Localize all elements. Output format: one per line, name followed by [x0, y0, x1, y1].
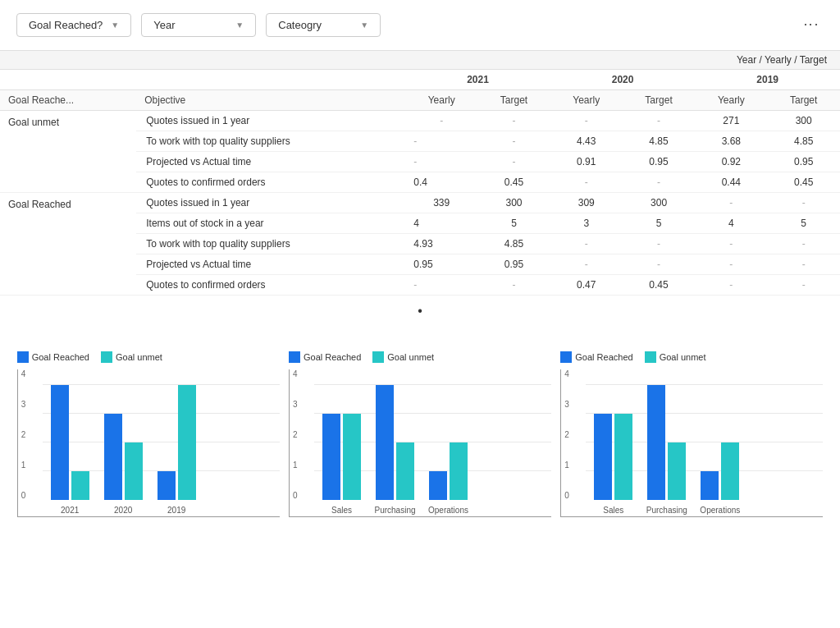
- legend-goal-unmet-3: Goal unmet: [645, 351, 706, 363]
- goal-reached-bar: [322, 414, 340, 500]
- goal-reached-filter[interactable]: Goal Reached? ▼: [16, 13, 131, 37]
- objective-cell: Quotes to confirmed orders: [136, 172, 405, 193]
- bar-fill: [322, 414, 340, 500]
- value-cell: 0.47: [550, 275, 623, 296]
- bar-group-label: Sales: [331, 506, 352, 515]
- category-filter-label: Cateogry: [278, 19, 322, 31]
- goal-reached-bar: [647, 385, 665, 500]
- value-cell: 4: [695, 213, 767, 234]
- bar-group: 2020: [104, 414, 143, 500]
- legend-goal-reached-2: Goal Reached: [289, 351, 361, 363]
- value-cell: -: [695, 254, 767, 275]
- table-row: Goal unmetQuotes issued in 1 year----271…: [0, 111, 840, 131]
- goal-reached-bar: [104, 414, 122, 500]
- bar-fill: [376, 385, 394, 500]
- chart-by-year: Goal Reached Goal unmet 0 1 2 3 4 202120…: [17, 351, 280, 517]
- value-cell: 0.91: [550, 152, 623, 172]
- chart2-bars: 0 1 2 3 4 SalesPurchasingOperations: [289, 369, 551, 517]
- value-cell: -: [477, 131, 550, 152]
- legend-goal-unmet-color-1: [101, 351, 112, 363]
- legend-goal-reached-label-3: Goal Reached: [575, 352, 632, 362]
- legend-goal-reached-color-1: [17, 351, 29, 363]
- grid-line: [314, 384, 551, 385]
- bar-fill: [396, 442, 414, 500]
- bar-fill: [721, 442, 739, 500]
- value-cell: -: [405, 111, 477, 131]
- bar-group-label: Sales: [603, 506, 623, 515]
- data-table: 2021 2020 2019 Goal Reache... Objective …: [0, 70, 840, 296]
- bar-fill: [429, 471, 447, 500]
- bar-group-label: 2021: [61, 506, 79, 515]
- bar-fill: [158, 471, 176, 500]
- chart1-y-axis: 0 1 2 3 4: [18, 369, 30, 500]
- bar-group-label: 2019: [167, 506, 185, 515]
- value-cell: 5: [767, 213, 840, 234]
- value-cell: -: [695, 275, 767, 296]
- value-cell: 0.95: [477, 254, 550, 275]
- bar-fill: [104, 414, 122, 500]
- value-cell: -: [623, 172, 696, 193]
- goal-unmet-bar: [71, 471, 89, 500]
- value-cell: 5: [623, 213, 696, 234]
- objective-cell: To work with top quality suppliers: [136, 234, 405, 254]
- th-target-2021: Target: [477, 90, 550, 111]
- year-arrow-icon: ▼: [235, 21, 244, 30]
- year-filter-label: Year: [153, 19, 175, 31]
- value-cell: 0.45: [623, 275, 696, 296]
- value-cell: -: [477, 111, 550, 131]
- value-cell: -: [477, 275, 550, 296]
- legend-goal-unmet-label-3: Goal unmet: [660, 352, 706, 362]
- bar-fill: [450, 442, 468, 500]
- legend-goal-reached-3: Goal Reached: [560, 351, 632, 363]
- col-header-row: Goal Reache... Objective Yearly Target Y…: [0, 90, 840, 111]
- goal-unmet-bar: [178, 385, 196, 500]
- bar-group-label: Operations: [428, 506, 468, 515]
- legend-goal-reached-color-2: [289, 351, 300, 363]
- value-cell: -: [623, 234, 696, 254]
- legend-goal-unmet-label-2: Goal unmet: [387, 352, 434, 362]
- bar-group: 2021: [51, 385, 89, 500]
- value-cell: 0.95: [623, 152, 696, 172]
- year-header-row: 2021 2020 2019: [0, 70, 840, 90]
- bar-fill: [701, 471, 719, 500]
- th-objective: Objective: [136, 90, 405, 111]
- more-options-icon[interactable]: ⋮: [799, 17, 824, 34]
- goal-unmet-bar: [125, 442, 143, 500]
- goal-reached-bar: [429, 471, 447, 500]
- category-filter[interactable]: Cateogry ▼: [266, 13, 381, 37]
- value-cell: 4.43: [550, 131, 623, 152]
- group-label: Goal Reached: [0, 193, 136, 296]
- dot-separator: •: [0, 296, 840, 327]
- year-target-bar: Year / Yearly / Target: [0, 50, 840, 70]
- value-cell: 3.68: [695, 131, 767, 152]
- bar-group: 2019: [158, 385, 196, 500]
- value-cell: 4.85: [767, 131, 840, 152]
- legend-goal-unmet-label-1: Goal unmet: [116, 352, 162, 362]
- legend-goal-unmet-2: Goal unmet: [372, 351, 434, 363]
- bar-group: Purchasing: [376, 385, 414, 500]
- value-cell: 300: [623, 193, 696, 213]
- value-cell: -: [767, 234, 840, 254]
- year-target-label: Year / Yearly / Target: [737, 54, 827, 66]
- legend-goal-unmet-1: Goal unmet: [101, 351, 162, 363]
- col-year-2021: 2021: [405, 70, 550, 90]
- chart3-bars: 0 1 2 3 4 SalesPurchasingOperations: [560, 369, 823, 517]
- year-filter[interactable]: Year ▼: [141, 13, 256, 37]
- bar-fill: [343, 414, 361, 500]
- goal-reached-arrow-icon: ▼: [111, 21, 119, 30]
- table-row: Goal ReachedQuotes issued in 1 year33930…: [0, 193, 840, 213]
- th-target-2019: Target: [767, 90, 840, 111]
- category-arrow-icon: ▼: [360, 21, 368, 30]
- filter-bar: Goal Reached? ▼ Year ▼ Cateogry ▼ ⋮: [0, 0, 840, 50]
- bar-group-label: Purchasing: [646, 506, 687, 515]
- value-cell: 0.95: [767, 152, 840, 172]
- legend-goal-reached-label-1: Goal Reached: [32, 352, 89, 362]
- value-cell: 300: [477, 193, 550, 213]
- bar-fill: [125, 442, 143, 500]
- chart-by-category-2: Goal Reached Goal unmet 0 1 2 3 4 SalesP…: [560, 351, 823, 517]
- chart3-legend: Goal Reached Goal unmet: [560, 351, 823, 363]
- value-cell: -: [767, 275, 840, 296]
- value-cell: 300: [767, 111, 840, 131]
- value-cell: -: [767, 193, 840, 213]
- value-cell: -: [405, 131, 477, 152]
